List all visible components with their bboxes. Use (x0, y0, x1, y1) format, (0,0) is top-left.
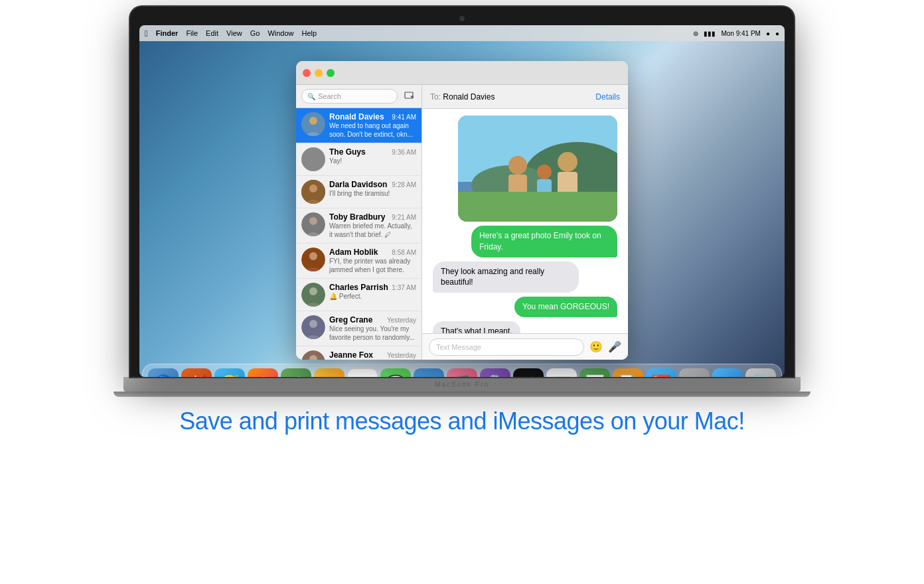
message-bubble: You mean GORGEOUS! (514, 297, 617, 317)
dock-mail[interactable]: ✉️ (414, 368, 444, 377)
conv-name: Ronald Davies (329, 112, 384, 121)
dock-maps[interactable]: 🗺️ (281, 368, 311, 377)
macbook-notch-bar (139, 16, 785, 21)
dock-numbers[interactable]: 📊 (579, 368, 610, 377)
conversation-item[interactable]: Adam Hoblik 8:58 AM FYI, the printer was… (296, 244, 422, 279)
svg-rect-28 (458, 192, 617, 222)
conv-header: Charles Parrish 1:37 AM (329, 283, 416, 292)
edit-menu[interactable]: Edit (206, 29, 218, 37)
go-menu[interactable]: Go (250, 29, 260, 37)
clock-display: Mon 9:41 PM (721, 30, 760, 37)
search-placeholder: Search (318, 92, 341, 100)
file-menu[interactable]: File (186, 29, 198, 37)
dock-bar: 🔵 🚀 🧭 🌸 🗺️ 📷 31 💬 ✉️ 🎵 🎙️ 📺 📰 📊 (142, 364, 782, 377)
conv-name: Charles Parrish (329, 283, 388, 292)
apple-icon:  (145, 29, 148, 38)
sidebar-header: 🔍 Search (296, 85, 422, 108)
dock-photos[interactable]: 🌸 (248, 368, 278, 377)
dock-pages[interactable]: 📄 (613, 368, 643, 377)
input-placeholder: Text Message (436, 343, 481, 351)
dock-launchpad[interactable]: 🚀 (181, 368, 212, 377)
svg-point-3 (309, 117, 317, 125)
conversation-item[interactable]: Greg Crane Yesterday Nice seeing you. Yo… (296, 311, 422, 346)
message-row: That's what I meant. (433, 321, 617, 333)
svg-point-13 (309, 320, 317, 328)
dock-messages[interactable]: 💬 (380, 368, 411, 377)
conv-content: Toby Bradbury 9:21 AM Warren briefed me.… (329, 212, 416, 239)
conv-header: Darla Davidson 9:28 AM (329, 180, 416, 189)
conv-name: Adam Hoblik (329, 248, 378, 257)
dock-safari[interactable]: 🧭 (214, 368, 245, 377)
conv-time: Yesterday (387, 352, 416, 359)
conversation-item[interactable]: Charles Parrish 1:37 AM 🔔 Perfect. (296, 279, 422, 311)
dock-news[interactable]: 📰 (546, 368, 577, 377)
avatar (301, 283, 325, 307)
search-icon: 🔍 (307, 93, 315, 100)
message-row (433, 115, 617, 222)
macbook-base: MacBook Pro (123, 377, 801, 392)
svg-point-24 (537, 165, 552, 179)
search-box[interactable]: 🔍 Search (301, 89, 398, 104)
window-minimize-button[interactable] (315, 69, 323, 77)
conv-header: Adam Hoblik 8:58 AM (329, 248, 416, 257)
conv-content: Ronald Davies 9:41 AM We need to hang ou… (329, 112, 416, 139)
conversation-item[interactable]: The Guys 9:36 AM Yay! (296, 143, 422, 176)
avatar (301, 212, 325, 236)
window-maximize-button[interactable] (327, 69, 335, 77)
conversation-item[interactable]: Ronald Davies 9:41 AM We need to hang ou… (296, 108, 422, 143)
dock-podcasts[interactable]: 🎙️ (480, 368, 510, 377)
chat-input-area: Text Message 🙂 🎤 (422, 333, 628, 360)
audio-button[interactable]: 🎤 (608, 340, 621, 353)
dock-appstore[interactable]: 🅰️ (646, 368, 676, 377)
chat-area: To: Ronald Davies Details (422, 85, 628, 360)
svg-point-7 (309, 217, 317, 225)
siri-icon[interactable]: ● (775, 30, 779, 37)
dock-itunes[interactable]: 🎵 (447, 368, 477, 377)
sidebar: 🔍 Search (296, 85, 422, 360)
window-body: 🔍 Search (296, 85, 628, 360)
details-button[interactable]: Details (595, 92, 620, 102)
chat-messages: Here's a great photo Emily took on Frida… (422, 109, 628, 333)
emoji-button[interactable]: 🙂 (589, 340, 603, 353)
conv-header: The Guys 9:36 AM (329, 147, 416, 157)
imessage-window: 🔍 Search (296, 61, 628, 360)
conv-time: 9:36 AM (392, 149, 416, 156)
menubar-right: ⊜ ▮▮▮ Mon 9:41 PM ● ● (693, 30, 779, 37)
window-close-button[interactable] (303, 69, 311, 77)
battery-icon: ▮▮▮ (704, 30, 716, 37)
message-bubble: Here's a great photo Emily took on Frida… (471, 226, 617, 257)
chat-input-field[interactable]: Text Message (429, 338, 584, 356)
dock-calendar[interactable]: 31 (347, 368, 378, 377)
message-row: You mean GORGEOUS! (433, 297, 617, 317)
dock-files[interactable]: 📁 (712, 368, 743, 377)
macos-desktop:  Finder File Edit View Go Window Help ⊜… (139, 25, 785, 377)
svg-point-9 (309, 252, 317, 260)
avatar (301, 315, 325, 339)
conv-content: Darla Davidson 9:28 AM I'll bring the ti… (329, 180, 416, 198)
view-menu[interactable]: View (226, 29, 242, 37)
conversation-item[interactable]: Jeanne Fox Yesterday Every meal I've had… (296, 346, 422, 360)
dock-settings[interactable]: ⚙️ (679, 368, 710, 377)
finder-menu[interactable]: Finder (156, 29, 179, 37)
conversation-item[interactable]: Darla Davidson 9:28 AM I'll bring the ti… (296, 176, 422, 208)
chat-recipient-label: To: Ronald Davies (430, 92, 495, 102)
search-menubar-icon[interactable]: ● (766, 30, 770, 37)
conv-content: The Guys 9:36 AM Yay! (329, 147, 416, 165)
conv-time: 1:37 AM (392, 284, 416, 291)
conv-header: Jeanne Fox Yesterday (329, 350, 416, 360)
conv-preview: Warren briefed me. Actually, it wasn't t… (329, 222, 416, 239)
window-menu[interactable]: Window (268, 29, 293, 37)
dock-tv[interactable]: 📺 (513, 368, 544, 377)
dock-trash[interactable]: 🗑️ (745, 368, 776, 377)
compose-button[interactable] (402, 89, 416, 104)
conv-name: Darla Davidson (329, 180, 387, 189)
desktop-area: 🔍 Search (139, 41, 785, 360)
message-bubble: They look amazing and really beautiful! (433, 261, 579, 293)
help-menu[interactable]: Help (302, 29, 317, 37)
to-label: To: (430, 92, 441, 102)
conversation-item[interactable]: Toby Bradbury 9:21 AM Warren briefed me.… (296, 208, 422, 244)
dock-photos2[interactable]: 📷 (314, 368, 345, 377)
conv-name: Greg Crane (329, 315, 372, 325)
dock-finder[interactable]: 🔵 (148, 368, 179, 377)
conv-content: Adam Hoblik 8:58 AM FYI, the printer was… (329, 248, 416, 274)
